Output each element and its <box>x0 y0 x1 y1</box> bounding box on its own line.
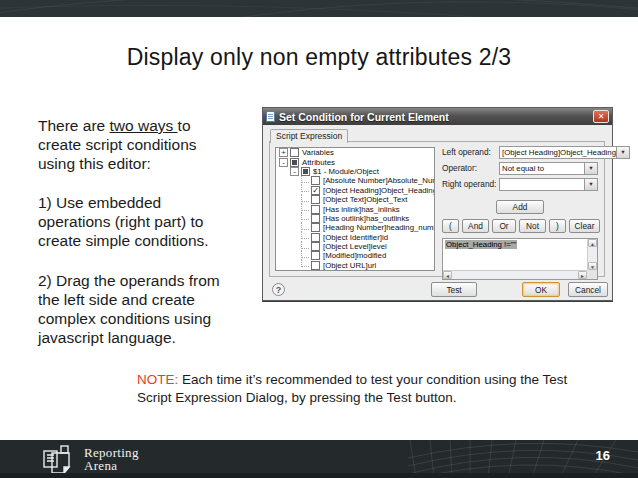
tree-item[interactable]: [Object Identifier]id <box>276 233 434 242</box>
collapse-minus-icon[interactable]: - <box>279 158 288 167</box>
tree-item[interactable]: -Attributes <box>276 157 434 166</box>
tree-item[interactable]: [Heading Number]heading_number <box>276 223 434 232</box>
vertical-scrollbar[interactable]: ▲ ▼ <box>587 239 597 270</box>
dropdown-arrow-icon[interactable]: ▼ <box>616 147 629 158</box>
dialog-titlebar[interactable]: Set Condition for Current Element ✕ <box>263 108 612 125</box>
tree-connector <box>301 231 309 239</box>
tree-item-label: Attributes <box>302 158 335 167</box>
tree-connector <box>301 212 309 220</box>
tree-connector <box>301 203 309 211</box>
scroll-left-icon[interactable]: ◄ <box>443 271 452 279</box>
tree-item-label: [Heading Number]heading_number <box>323 223 435 232</box>
tree-connector <box>301 175 309 183</box>
op-button-clear[interactable]: Clear <box>569 219 600 233</box>
collapse-minus-icon[interactable]: - <box>290 167 299 176</box>
tree-item[interactable]: +Variables <box>276 148 434 157</box>
tree-item[interactable]: [Absolute Number]Absolute_Number <box>276 176 434 185</box>
footer-band: Reporting Arena 16 <box>0 440 638 478</box>
tree-checkbox-unchecked[interactable] <box>290 148 299 157</box>
tree-checkbox-unchecked[interactable] <box>311 214 320 223</box>
dropdown-arrow-icon[interactable]: ▼ <box>584 163 597 174</box>
tree-connector <box>301 184 309 192</box>
scroll-right-icon[interactable]: ► <box>578 271 587 279</box>
intro-paragraph: There are two ways to create script cond… <box>38 116 278 173</box>
tree-checkbox-filled[interactable] <box>301 167 310 176</box>
tree-checkbox-unchecked[interactable] <box>311 242 320 251</box>
tree-connector <box>301 241 309 249</box>
tree-item[interactable]: [Object Text]Object_Text <box>276 195 434 204</box>
tree-checkbox-filled[interactable] <box>290 158 299 167</box>
combo-operator[interactable]: Not equal to▼ <box>499 162 598 175</box>
op-button-not[interactable]: Not <box>519 219 546 233</box>
scrollbar-corner <box>587 270 597 279</box>
point-1: 1) Use embedded operations (right part) … <box>38 193 278 250</box>
note-label: NOTE: <box>137 372 178 387</box>
tree-checkbox-unchecked[interactable] <box>311 261 320 270</box>
tree-item-label: [Modified]modified <box>323 251 386 260</box>
tree-checkbox-unchecked[interactable] <box>311 195 320 204</box>
intro-underlined: two ways <box>110 117 178 134</box>
brand-text: Reporting Arena <box>84 446 139 473</box>
tree-item[interactable]: [Object URL]url <box>276 261 434 270</box>
tree-item-label: [Has outlink]has_outlinks <box>323 214 409 223</box>
combo-value: Not equal to <box>500 163 584 174</box>
dialog-body: Script Expression +Variables-Attributes-… <box>263 125 612 300</box>
set-condition-dialog: Set Condition for Current Element ✕ Scri… <box>262 107 613 301</box>
help-button[interactable]: ? <box>272 283 285 296</box>
tree-checkbox-unchecked[interactable] <box>311 205 320 214</box>
tree-item[interactable]: [Has inlink]has_inlinks <box>276 204 434 213</box>
tree-item[interactable]: ✓[Object Heading]Object_Heading <box>276 186 434 195</box>
operand-field-row: Operator:Not equal to▼ <box>442 160 598 176</box>
tab-script-expression[interactable]: Script Expression <box>270 129 348 143</box>
filled-square <box>303 169 308 174</box>
attribute-tree[interactable]: +Variables-Attributes-$1 - Module/Object… <box>275 147 435 271</box>
test-button[interactable]: Test <box>431 282 477 297</box>
expression-text: Object_Heading !="" <box>445 240 517 249</box>
op-button-and[interactable]: And <box>462 219 489 233</box>
brand-line-1: Reporting <box>84 446 139 460</box>
close-button[interactable]: ✕ <box>593 110 609 123</box>
tree-connector <box>301 222 309 230</box>
ok-button[interactable]: OK <box>522 282 560 297</box>
op-button-open-paren[interactable]: ( <box>442 219 459 233</box>
page-number: 16 <box>596 448 610 463</box>
tree-item[interactable]: [Modified]modified <box>276 251 434 260</box>
add-button[interactable]: Add <box>496 200 544 214</box>
scroll-up-icon[interactable]: ▲ <box>588 239 597 247</box>
field-label: Right operand: <box>442 179 499 189</box>
tree-item[interactable]: [Has outlink]has_outlinks <box>276 214 434 223</box>
tree-item-label: [Has inlink]has_inlinks <box>323 205 400 214</box>
tree-item[interactable]: [Object Level]level <box>276 242 434 251</box>
combo-left-operand[interactable]: [Object Heading]Object_Heading▼ <box>499 146 630 159</box>
add-button-row: Add <box>442 196 598 214</box>
note-paragraph: NOTE: Each time it’s recommended to test… <box>137 371 615 406</box>
combo-value <box>500 179 584 190</box>
tree-checkbox-unchecked[interactable] <box>311 251 320 260</box>
dropdown-arrow-icon[interactable]: ▼ <box>584 179 597 190</box>
note-body: Each time it’s recommended to test your … <box>137 372 567 405</box>
scroll-down-icon[interactable]: ▼ <box>588 262 597 270</box>
tree-item-label: [Object Heading]Object_Heading <box>323 186 435 195</box>
page-title: Display only non empty attributes 2/3 <box>0 44 638 71</box>
tree-item[interactable]: -$1 - Module/Object <box>276 167 434 176</box>
logo-icon <box>42 443 76 475</box>
expand-plus-icon[interactable]: + <box>279 148 288 157</box>
combo-value: [Object Heading]Object_Heading <box>500 147 616 158</box>
tree-checkbox-checked[interactable]: ✓ <box>311 186 320 195</box>
top-band <box>0 0 638 17</box>
tree-item-label: Variables <box>302 148 334 157</box>
op-button-close-paren[interactable]: ) <box>549 219 566 233</box>
tree-checkbox-unchecked[interactable] <box>311 233 320 242</box>
expression-editor[interactable]: Object_Heading !="" ▲ ▼ ◄ ► <box>442 238 598 280</box>
tree-item-label: [Object Text]Object_Text <box>323 195 407 204</box>
tree-checkbox-unchecked[interactable] <box>311 176 320 185</box>
tree-connector <box>301 259 309 267</box>
field-label: Operator: <box>442 163 499 173</box>
horizontal-scrollbar[interactable]: ◄ ► <box>443 270 587 279</box>
tree-checkbox-unchecked[interactable] <box>311 223 320 232</box>
combo-right-operand[interactable]: ▼ <box>499 178 598 191</box>
op-button-or[interactable]: Or <box>492 219 516 233</box>
dialog-title: Set Condition for Current Element <box>279 111 449 123</box>
brand-line-2: Arena <box>84 459 139 473</box>
cancel-button[interactable]: Cancel <box>568 282 608 297</box>
